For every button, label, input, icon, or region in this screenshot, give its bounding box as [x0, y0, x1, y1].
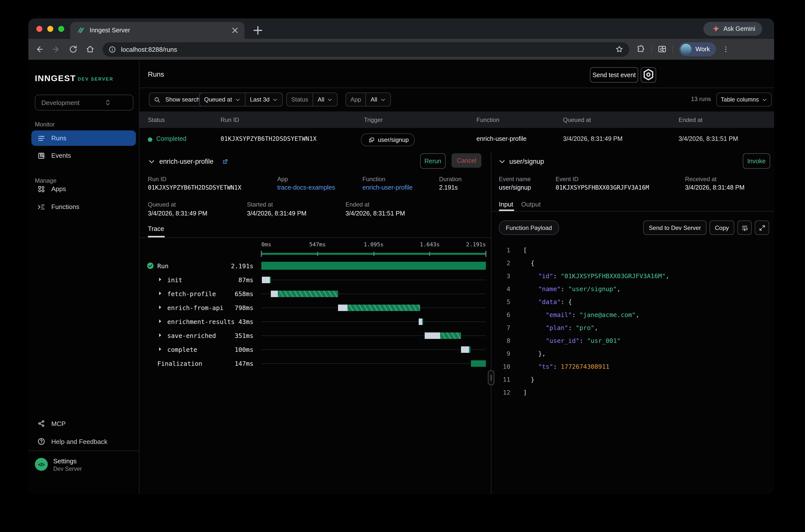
run-details-pane: enrich-user-profile Rerun Cancel Run ID0… — [139, 151, 491, 494]
trace-row-complete[interactable]: complete100ms — [139, 342, 491, 356]
trace-row-finalization[interactable]: Finalization147ms — [139, 356, 491, 370]
field-label: Started at — [247, 201, 273, 208]
show-search-button[interactable]: Show search — [149, 93, 205, 107]
tab-trace[interactable]: Trace — [148, 225, 164, 232]
payload-code-viewer[interactable]: 1[2 {3 "id": "01KJXSYPSFHBXX03GRJFV3A16M… — [491, 244, 774, 399]
url-text: localhost:8288/runs — [121, 45, 615, 53]
cancel-button[interactable]: Cancel — [451, 153, 482, 168]
code-text: }, — [523, 347, 546, 360]
reload-icon[interactable] — [69, 45, 78, 54]
trace-row-fetch-profile[interactable]: fetch-profile658ms — [139, 287, 491, 301]
app-filter-value[interactable]: All — [366, 93, 390, 106]
sidebar-item-apps[interactable]: Apps — [31, 181, 136, 196]
tab-close-icon[interactable] — [230, 26, 240, 35]
chevron-right-icon[interactable] — [157, 291, 163, 296]
sidebar-item-functions[interactable]: Functions — [31, 199, 136, 214]
chevron-right-icon[interactable] — [157, 305, 163, 310]
rerun-button[interactable]: Rerun — [420, 153, 446, 169]
expand-button[interactable] — [755, 221, 769, 235]
trigger-pill[interactable]: user/signup — [361, 133, 415, 146]
trace-row-enrich-from-api[interactable]: enrich-from-api798ms — [139, 301, 491, 315]
close-window-button[interactable] — [36, 26, 42, 32]
tab-output[interactable]: Output — [521, 201, 541, 208]
trace-row-init[interactable]: init87ms — [139, 273, 491, 287]
trace-bar — [261, 342, 486, 356]
minimap-tick — [373, 252, 374, 256]
profile-chip[interactable]: Work — [679, 42, 716, 56]
external-link-icon[interactable] — [222, 158, 228, 165]
trace-span-duration: 798ms — [235, 304, 254, 311]
environment-select[interactable]: Development — [35, 95, 133, 111]
collapse-chevron-icon[interactable] — [148, 158, 155, 165]
collapse-chevron-icon[interactable] — [498, 158, 506, 165]
queued-at-filter[interactable]: Queued at Last 3d — [199, 93, 283, 107]
app-content: INNGEST DEV SERVER Development MonitorRu… — [29, 60, 774, 494]
sidebar-item-mcp[interactable]: MCP — [31, 416, 136, 431]
code-token: "email" — [546, 311, 572, 319]
app-filter[interactable]: App All — [345, 93, 391, 107]
trace-row-save-enriched[interactable]: save-enriched351ms — [139, 328, 491, 342]
field-value: 3/4/2026, 8:31:49 PM — [247, 210, 306, 217]
tab-title: Inngest Server — [90, 27, 230, 34]
trace-row-enrichment-results[interactable]: enrichment-results43ms — [139, 315, 491, 328]
settings-gear-button[interactable] — [641, 67, 656, 82]
runs-table-row[interactable]: Completed 01KJXSYPZYB6TH2DSDSYETWN1X use… — [139, 128, 774, 151]
address-bar[interactable]: localhost:8288/runs — [102, 42, 629, 56]
queue-bar — [271, 290, 278, 297]
chevron-right-icon[interactable] — [157, 332, 163, 338]
field-label: Received at — [685, 176, 717, 183]
chevron-right-icon[interactable] — [157, 346, 163, 352]
field-value[interactable]: trace-docs-examples — [277, 184, 335, 191]
sidebar-item-runs[interactable]: Runs — [31, 130, 136, 146]
trace-minimap[interactable] — [261, 250, 486, 257]
browser-menu-icon[interactable] — [722, 45, 730, 53]
copy-button[interactable]: Copy — [709, 221, 734, 235]
minimap-tick — [485, 251, 486, 257]
trace-span-name: enrichment-results — [167, 318, 235, 325]
sidebar-section-label: Monitor — [35, 121, 55, 128]
status-filter-value[interactable]: All — [313, 93, 337, 106]
invoke-button[interactable]: Invoke — [743, 153, 770, 169]
bookmark-star-icon[interactable] — [615, 45, 623, 53]
status-filter[interactable]: Status All — [286, 93, 338, 107]
wrap-lines-button[interactable] — [737, 221, 752, 235]
function-payload-button[interactable]: Function Payload — [499, 221, 559, 235]
table-columns-button[interactable]: Table columns — [716, 93, 772, 107]
zoom-window-button[interactable] — [58, 26, 64, 32]
send-to-dev-server-button[interactable]: Send to Dev Server — [643, 221, 707, 235]
trace-span-name: Run — [157, 262, 169, 270]
code-token: : — [572, 311, 579, 319]
send-test-event-button[interactable]: Send test event — [590, 67, 638, 82]
extensions-icon[interactable] — [636, 45, 645, 54]
code-line: 1[ — [491, 244, 774, 257]
site-info-icon[interactable] — [109, 45, 116, 53]
back-icon[interactable] — [35, 45, 44, 54]
new-tab-button[interactable] — [251, 24, 264, 37]
chevron-right-icon[interactable] — [157, 319, 163, 324]
ask-gemini-button[interactable]: Ask Gemini — [704, 22, 762, 36]
event-tabs-divider — [491, 211, 774, 211]
trace-row-run[interactable]: Run2.191s — [139, 259, 491, 273]
time-range-segment[interactable]: Last 3d — [245, 93, 282, 106]
minimize-window-button[interactable] — [47, 26, 53, 32]
home-icon[interactable] — [86, 45, 95, 54]
settings-code-icon[interactable]: </> — [35, 458, 48, 471]
trigger-name: user/signup — [378, 136, 409, 143]
side-panel-search-icon[interactable] — [658, 45, 667, 54]
line-number: 10 — [491, 360, 510, 373]
exec-bar — [469, 346, 470, 353]
chevron-right-icon[interactable] — [157, 277, 163, 282]
settings-title[interactable]: Settings — [53, 457, 77, 465]
queue-bar — [262, 277, 270, 283]
help-icon — [37, 437, 45, 445]
field-value[interactable]: enrich-user-profile — [362, 184, 412, 191]
line-number: 9 — [491, 347, 510, 360]
sidebar-item-events[interactable]: Events — [31, 148, 136, 163]
tab-input[interactable]: Input — [499, 201, 513, 208]
header-divider — [139, 88, 774, 88]
forward-icon[interactable] — [52, 45, 61, 54]
queued-at-field-segment[interactable]: Queued at — [200, 93, 245, 106]
code-line: 12] — [491, 386, 774, 399]
browser-tab[interactable]: Inngest Server — [70, 22, 244, 39]
sidebar-item-help-and-feedback[interactable]: Help and Feedback — [31, 434, 136, 449]
